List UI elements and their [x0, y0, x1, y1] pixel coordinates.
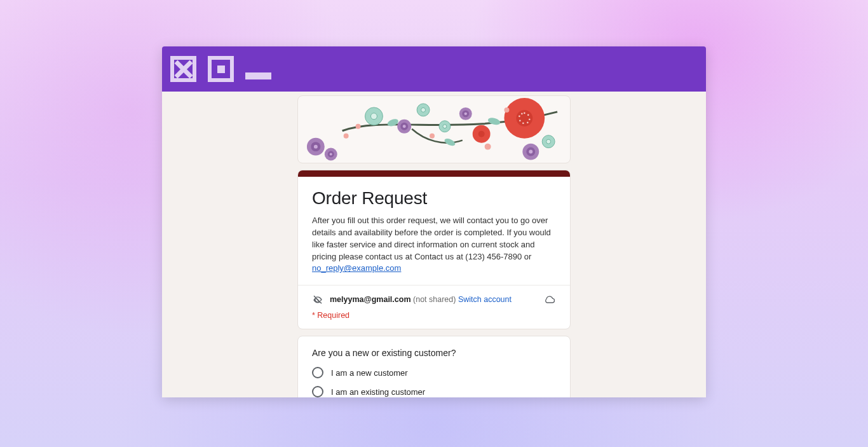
svg-point-16 [370, 113, 377, 120]
minimize-button[interactable] [245, 56, 271, 82]
radio-icon [312, 386, 323, 397]
account-row: melyyma@gmail.com (not shared) Switch ac… [298, 285, 570, 311]
app-window: Order Request After you fill out this or… [162, 46, 706, 397]
radio-icon [312, 367, 323, 378]
svg-point-14 [478, 131, 485, 137]
switch-account-link[interactable]: Switch account [458, 295, 512, 304]
svg-point-28 [465, 113, 467, 115]
account-not-shared: (not shared) [413, 295, 456, 304]
svg-point-1 [487, 116, 501, 126]
close-button[interactable] [170, 56, 196, 82]
svg-point-7 [529, 119, 531, 121]
radio-label: I am a new customer [331, 368, 408, 378]
flower-illustration [298, 96, 570, 163]
maximize-button[interactable] [208, 56, 234, 82]
svg-point-34 [314, 145, 318, 149]
svg-point-31 [529, 150, 532, 154]
close-icon [174, 60, 193, 78]
account-email: melyyma@gmail.com [330, 295, 411, 304]
svg-point-5 [524, 113, 526, 114]
svg-point-22 [546, 139, 551, 144]
contact-email-link[interactable]: no_reply@example.com [312, 263, 401, 273]
radio-option-new-customer[interactable]: I am a new customer [312, 367, 556, 378]
form-description-text: After you fill out this order request, w… [312, 216, 551, 261]
question-card-customer-type: Are you a new or existing customer? I am… [297, 336, 571, 397]
cloud-icon [543, 293, 556, 306]
eye-off-icon [312, 294, 323, 305]
svg-point-6 [527, 114, 529, 116]
svg-point-9 [522, 123, 524, 125]
svg-point-40 [504, 107, 509, 113]
svg-point-12 [521, 113, 523, 115]
desktop-background: Order Request After you fill out this or… [0, 0, 868, 447]
svg-point-42 [344, 134, 349, 139]
radio-label: I am an existing customer [331, 387, 425, 397]
svg-point-38 [356, 124, 361, 129]
svg-point-2 [444, 137, 456, 148]
window-content: Order Request After you fill out this or… [162, 92, 706, 397]
form-header-card: Order Request After you fill out this or… [297, 170, 571, 329]
svg-point-11 [519, 116, 520, 118]
form-description: After you fill out this order request, w… [312, 215, 556, 275]
svg-point-39 [430, 134, 435, 139]
required-indicator: * Required [298, 311, 570, 329]
form-column: Order Request After you fill out this or… [297, 95, 571, 397]
form-title: Order Request [312, 188, 556, 209]
maximize-icon [217, 65, 225, 73]
svg-point-37 [330, 153, 332, 156]
svg-point-18 [421, 107, 426, 112]
svg-point-25 [403, 125, 406, 128]
svg-point-41 [485, 144, 491, 150]
form-banner [297, 95, 571, 163]
question-title: Are you a new or existing customer? [312, 348, 556, 358]
radio-option-existing-customer[interactable]: I am an existing customer [312, 386, 556, 397]
svg-point-8 [527, 122, 529, 124]
titlebar [162, 46, 706, 92]
svg-point-10 [519, 120, 521, 122]
svg-point-20 [443, 125, 447, 128]
accent-bar [298, 170, 570, 177]
